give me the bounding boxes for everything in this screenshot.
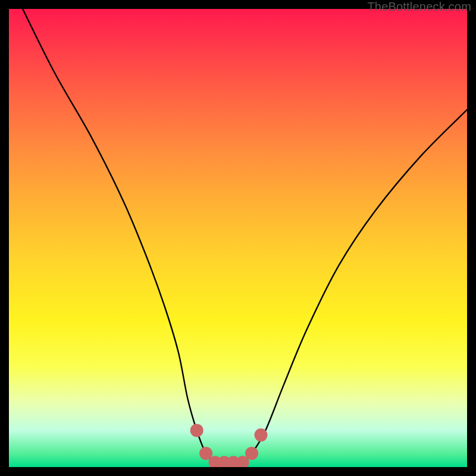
watermark-text: TheBottleneck.com	[367, 0, 471, 14]
bottleneck-chart	[9, 9, 467, 467]
marker-dot	[245, 447, 258, 460]
chart-frame	[9, 9, 467, 467]
marker-dot	[255, 428, 268, 441]
marker-dot	[190, 424, 203, 437]
bottleneck-curve-path	[23, 9, 467, 463]
